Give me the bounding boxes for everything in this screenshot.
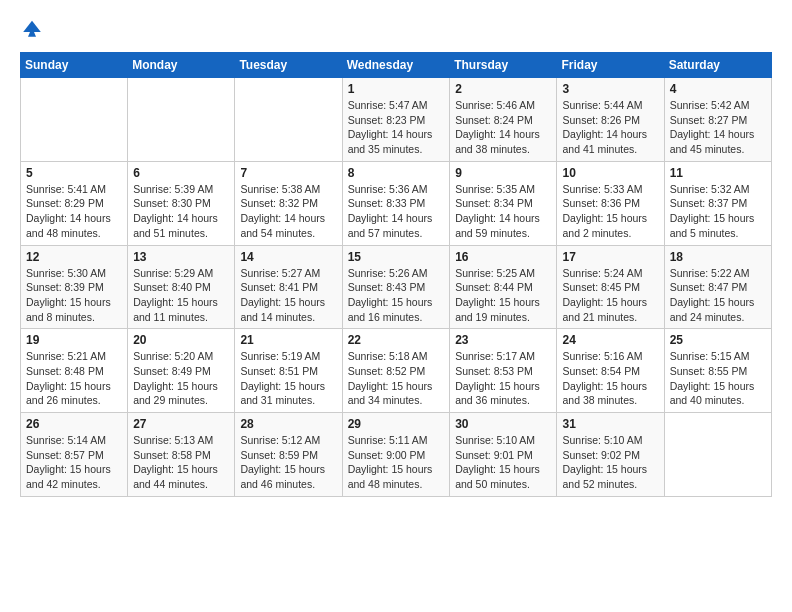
day-info: Sunrise: 5:25 AM Sunset: 8:44 PM Dayligh… <box>455 266 551 325</box>
day-number: 15 <box>348 250 445 264</box>
weekday-header-monday: Monday <box>128 53 235 78</box>
day-number: 6 <box>133 166 229 180</box>
calendar-cell: 21Sunrise: 5:19 AM Sunset: 8:51 PM Dayli… <box>235 329 342 413</box>
calendar-cell: 15Sunrise: 5:26 AM Sunset: 8:43 PM Dayli… <box>342 245 450 329</box>
weekday-header-saturday: Saturday <box>664 53 771 78</box>
day-info: Sunrise: 5:24 AM Sunset: 8:45 PM Dayligh… <box>562 266 658 325</box>
weekday-header-friday: Friday <box>557 53 664 78</box>
day-number: 21 <box>240 333 336 347</box>
calendar-cell: 19Sunrise: 5:21 AM Sunset: 8:48 PM Dayli… <box>21 329 128 413</box>
day-number: 11 <box>670 166 766 180</box>
page-header <box>20 16 772 40</box>
day-number: 26 <box>26 417 122 431</box>
day-info: Sunrise: 5:36 AM Sunset: 8:33 PM Dayligh… <box>348 182 445 241</box>
day-number: 29 <box>348 417 445 431</box>
calendar-cell: 22Sunrise: 5:18 AM Sunset: 8:52 PM Dayli… <box>342 329 450 413</box>
day-number: 28 <box>240 417 336 431</box>
calendar-table: SundayMondayTuesdayWednesdayThursdayFrid… <box>20 52 772 497</box>
calendar-cell <box>664 413 771 497</box>
day-number: 5 <box>26 166 122 180</box>
day-number: 18 <box>670 250 766 264</box>
calendar-cell: 8Sunrise: 5:36 AM Sunset: 8:33 PM Daylig… <box>342 161 450 245</box>
day-number: 3 <box>562 82 658 96</box>
day-info: Sunrise: 5:44 AM Sunset: 8:26 PM Dayligh… <box>562 98 658 157</box>
calendar-cell: 3Sunrise: 5:44 AM Sunset: 8:26 PM Daylig… <box>557 78 664 162</box>
day-number: 23 <box>455 333 551 347</box>
day-info: Sunrise: 5:33 AM Sunset: 8:36 PM Dayligh… <box>562 182 658 241</box>
day-number: 9 <box>455 166 551 180</box>
day-number: 31 <box>562 417 658 431</box>
day-info: Sunrise: 5:35 AM Sunset: 8:34 PM Dayligh… <box>455 182 551 241</box>
calendar-cell <box>128 78 235 162</box>
calendar-cell: 17Sunrise: 5:24 AM Sunset: 8:45 PM Dayli… <box>557 245 664 329</box>
weekday-header-row: SundayMondayTuesdayWednesdayThursdayFrid… <box>21 53 772 78</box>
logo-icon <box>20 16 44 40</box>
calendar-cell: 29Sunrise: 5:11 AM Sunset: 9:00 PM Dayli… <box>342 413 450 497</box>
day-info: Sunrise: 5:10 AM Sunset: 9:01 PM Dayligh… <box>455 433 551 492</box>
calendar-week-row: 1Sunrise: 5:47 AM Sunset: 8:23 PM Daylig… <box>21 78 772 162</box>
calendar-cell: 9Sunrise: 5:35 AM Sunset: 8:34 PM Daylig… <box>450 161 557 245</box>
day-info: Sunrise: 5:46 AM Sunset: 8:24 PM Dayligh… <box>455 98 551 157</box>
calendar-cell: 25Sunrise: 5:15 AM Sunset: 8:55 PM Dayli… <box>664 329 771 413</box>
weekday-header-tuesday: Tuesday <box>235 53 342 78</box>
calendar-cell: 30Sunrise: 5:10 AM Sunset: 9:01 PM Dayli… <box>450 413 557 497</box>
calendar-cell: 31Sunrise: 5:10 AM Sunset: 9:02 PM Dayli… <box>557 413 664 497</box>
day-info: Sunrise: 5:10 AM Sunset: 9:02 PM Dayligh… <box>562 433 658 492</box>
day-number: 14 <box>240 250 336 264</box>
day-number: 24 <box>562 333 658 347</box>
day-number: 27 <box>133 417 229 431</box>
weekday-header-thursday: Thursday <box>450 53 557 78</box>
day-info: Sunrise: 5:47 AM Sunset: 8:23 PM Dayligh… <box>348 98 445 157</box>
day-info: Sunrise: 5:39 AM Sunset: 8:30 PM Dayligh… <box>133 182 229 241</box>
weekday-header-wednesday: Wednesday <box>342 53 450 78</box>
day-info: Sunrise: 5:15 AM Sunset: 8:55 PM Dayligh… <box>670 349 766 408</box>
day-info: Sunrise: 5:17 AM Sunset: 8:53 PM Dayligh… <box>455 349 551 408</box>
day-number: 2 <box>455 82 551 96</box>
day-info: Sunrise: 5:27 AM Sunset: 8:41 PM Dayligh… <box>240 266 336 325</box>
day-number: 1 <box>348 82 445 96</box>
day-number: 10 <box>562 166 658 180</box>
calendar-cell: 23Sunrise: 5:17 AM Sunset: 8:53 PM Dayli… <box>450 329 557 413</box>
day-info: Sunrise: 5:21 AM Sunset: 8:48 PM Dayligh… <box>26 349 122 408</box>
day-number: 25 <box>670 333 766 347</box>
day-number: 4 <box>670 82 766 96</box>
day-number: 16 <box>455 250 551 264</box>
day-number: 17 <box>562 250 658 264</box>
calendar-cell <box>235 78 342 162</box>
calendar-cell: 14Sunrise: 5:27 AM Sunset: 8:41 PM Dayli… <box>235 245 342 329</box>
calendar-cell: 12Sunrise: 5:30 AM Sunset: 8:39 PM Dayli… <box>21 245 128 329</box>
day-number: 13 <box>133 250 229 264</box>
day-info: Sunrise: 5:41 AM Sunset: 8:29 PM Dayligh… <box>26 182 122 241</box>
calendar-cell: 16Sunrise: 5:25 AM Sunset: 8:44 PM Dayli… <box>450 245 557 329</box>
calendar-cell: 13Sunrise: 5:29 AM Sunset: 8:40 PM Dayli… <box>128 245 235 329</box>
calendar-week-row: 5Sunrise: 5:41 AM Sunset: 8:29 PM Daylig… <box>21 161 772 245</box>
calendar-cell: 26Sunrise: 5:14 AM Sunset: 8:57 PM Dayli… <box>21 413 128 497</box>
calendar-cell: 2Sunrise: 5:46 AM Sunset: 8:24 PM Daylig… <box>450 78 557 162</box>
day-info: Sunrise: 5:32 AM Sunset: 8:37 PM Dayligh… <box>670 182 766 241</box>
calendar-week-row: 26Sunrise: 5:14 AM Sunset: 8:57 PM Dayli… <box>21 413 772 497</box>
day-info: Sunrise: 5:19 AM Sunset: 8:51 PM Dayligh… <box>240 349 336 408</box>
calendar-cell: 4Sunrise: 5:42 AM Sunset: 8:27 PM Daylig… <box>664 78 771 162</box>
day-info: Sunrise: 5:42 AM Sunset: 8:27 PM Dayligh… <box>670 98 766 157</box>
calendar-cell: 5Sunrise: 5:41 AM Sunset: 8:29 PM Daylig… <box>21 161 128 245</box>
calendar-cell: 7Sunrise: 5:38 AM Sunset: 8:32 PM Daylig… <box>235 161 342 245</box>
day-info: Sunrise: 5:26 AM Sunset: 8:43 PM Dayligh… <box>348 266 445 325</box>
calendar-cell <box>21 78 128 162</box>
day-number: 12 <box>26 250 122 264</box>
calendar-cell: 28Sunrise: 5:12 AM Sunset: 8:59 PM Dayli… <box>235 413 342 497</box>
calendar-cell: 6Sunrise: 5:39 AM Sunset: 8:30 PM Daylig… <box>128 161 235 245</box>
calendar-cell: 24Sunrise: 5:16 AM Sunset: 8:54 PM Dayli… <box>557 329 664 413</box>
day-number: 20 <box>133 333 229 347</box>
calendar-cell: 10Sunrise: 5:33 AM Sunset: 8:36 PM Dayli… <box>557 161 664 245</box>
day-number: 30 <box>455 417 551 431</box>
day-info: Sunrise: 5:16 AM Sunset: 8:54 PM Dayligh… <box>562 349 658 408</box>
logo <box>20 16 48 40</box>
calendar-cell: 1Sunrise: 5:47 AM Sunset: 8:23 PM Daylig… <box>342 78 450 162</box>
day-info: Sunrise: 5:12 AM Sunset: 8:59 PM Dayligh… <box>240 433 336 492</box>
day-info: Sunrise: 5:13 AM Sunset: 8:58 PM Dayligh… <box>133 433 229 492</box>
day-info: Sunrise: 5:29 AM Sunset: 8:40 PM Dayligh… <box>133 266 229 325</box>
calendar-cell: 20Sunrise: 5:20 AM Sunset: 8:49 PM Dayli… <box>128 329 235 413</box>
calendar-cell: 18Sunrise: 5:22 AM Sunset: 8:47 PM Dayli… <box>664 245 771 329</box>
day-info: Sunrise: 5:14 AM Sunset: 8:57 PM Dayligh… <box>26 433 122 492</box>
calendar-cell: 27Sunrise: 5:13 AM Sunset: 8:58 PM Dayli… <box>128 413 235 497</box>
